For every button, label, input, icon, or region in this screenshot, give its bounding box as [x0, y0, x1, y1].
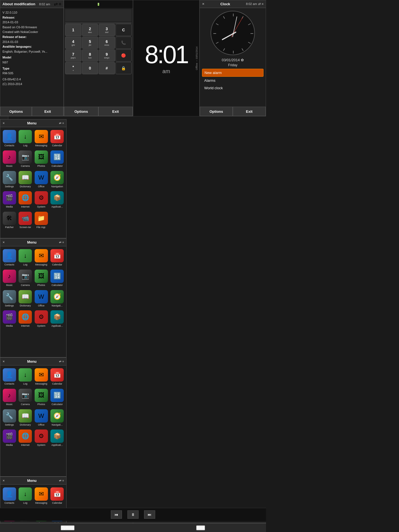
menu2-calendar[interactable]: 📅Calendar [50, 248, 65, 267]
menu1-log[interactable]: ↓Log [18, 129, 33, 148]
menu1-system[interactable]: ⚙System [34, 190, 49, 209]
about-exit-btn[interactable]: Exit [32, 107, 63, 116]
menu3-contacts[interactable]: 👤Contacts [2, 486, 17, 506]
menu3-x-icon[interactable]: ✕ [2, 479, 5, 482]
menu4-music[interactable]: ♪Music [2, 388, 17, 407]
menu2-internet[interactable]: 🌐Internet [18, 309, 33, 329]
key-0[interactable]: 0 [82, 62, 98, 74]
menu2-share-icon[interactable]: ⇄ [59, 241, 61, 244]
key-1[interactable]: 1 [65, 24, 81, 36]
clock-exit-btn[interactable]: Exit [233, 107, 266, 116]
new-alarm-btn[interactable]: New alarm [202, 69, 264, 77]
menu1-settings[interactable]: 🔧Settings [2, 170, 17, 189]
menu1-screenter[interactable]: 📹Screen-ter [18, 211, 33, 230]
menu4-contacts[interactable]: 👤Contacts [2, 367, 17, 387]
menu3-log[interactable]: ↓Log [18, 486, 33, 506]
menu4-settings[interactable]: 🔧Settings [2, 408, 17, 428]
menu4-log[interactable]: ↓Log [18, 367, 33, 387]
np-back-btn[interactable]: Back [196, 525, 205, 530]
key-4[interactable]: 4ghi [65, 37, 81, 49]
menu2-appli[interactable]: 📦Applicati... [50, 309, 65, 329]
menu4-appli[interactable]: 📦Applicati... [50, 428, 65, 448]
menu4-calendar[interactable]: 📅Calendar [50, 367, 65, 387]
menu4-dictionary[interactable]: 📖Dictionary [18, 408, 33, 428]
menu4-x-icon[interactable]: ✕ [2, 360, 5, 363]
menu2-contacts[interactable]: 👤Contacts [2, 248, 17, 267]
menu1-menu-icon[interactable]: ≡ [62, 122, 64, 125]
key-7[interactable]: 7pqrs [65, 49, 81, 62]
np-next-btn[interactable]: ⏭ [144, 510, 155, 519]
key-star[interactable]: *+ [65, 62, 81, 74]
clock-menu-icon[interactable]: ≡ [262, 2, 264, 6]
menu2-x-icon[interactable]: ✕ [2, 241, 5, 244]
menu4-camera[interactable]: 📷Camera [18, 388, 33, 407]
menu4-messaging[interactable]: ✉Messaging [34, 367, 49, 387]
key-5[interactable]: 5jkl [82, 37, 98, 49]
menu4-photos[interactable]: 🖼Photos [34, 388, 49, 407]
about-menu-icon[interactable]: ≡ [59, 2, 61, 7]
key-8[interactable]: 8tuv [82, 49, 98, 62]
menu1-internet[interactable]: 🌐Internet [18, 190, 33, 209]
menu4-calculator[interactable]: 🔢Calculator [50, 388, 65, 407]
menu4-media[interactable]: 🎬Media [2, 428, 17, 448]
key-c[interactable]: C [116, 24, 132, 36]
about-options-btn[interactable]: Options [0, 107, 32, 116]
menu2-dictionary[interactable]: 📖Dictionary [18, 289, 33, 308]
menu1-appli[interactable]: 📦Applicati... [50, 190, 65, 209]
key-call[interactable]: 📞 [116, 37, 132, 49]
menu1-filemgr[interactable]: 📁File mgr. [34, 211, 49, 230]
menu2-system[interactable]: ⚙System [34, 309, 49, 329]
menu1-camera[interactable]: 📷Camera [18, 149, 33, 169]
menu2-media[interactable]: 🎬Media [2, 309, 17, 329]
menu2-log[interactable]: ↓Log [18, 248, 33, 267]
menu2-calculator[interactable]: 🔢Calculator [50, 268, 65, 288]
menu4-internet[interactable]: 🌐Internet [18, 428, 33, 448]
keypad-exit-btn[interactable]: Exit [98, 107, 133, 116]
menu1-office[interactable]: WOffice [34, 170, 49, 189]
menu1-share-icon[interactable]: ⇄ [59, 122, 61, 125]
menu2-office[interactable]: WOffice [34, 289, 49, 308]
menu1-dictionary[interactable]: 📖Dictionary [18, 170, 33, 189]
menu1-media[interactable]: 🎬Media [2, 190, 17, 209]
menu2-menu-icon[interactable]: ≡ [62, 241, 64, 244]
menu1-music[interactable]: ♪Music [2, 149, 17, 169]
clock-options-btn[interactable]: Options [200, 107, 233, 116]
menu2-photos[interactable]: 🖼Photos [34, 268, 49, 288]
menu4-share-icon[interactable]: ⇄ [59, 360, 61, 363]
key-3[interactable]: 3def [99, 24, 115, 36]
np-play-btn[interactable]: ⏸ [127, 510, 139, 519]
menu3-share-icon[interactable]: ⇄ [59, 479, 61, 482]
clock-share-icon[interactable]: ⇄ [258, 2, 261, 6]
menu4-menu-icon[interactable]: ≡ [62, 360, 64, 363]
menu2-music[interactable]: ♪Music [2, 268, 17, 288]
menu1-photos[interactable]: 🖼Photos [34, 149, 49, 169]
key-lock[interactable]: 🔒 [116, 62, 132, 74]
key-9[interactable]: 9wxyz [99, 49, 115, 62]
menu1-navigation[interactable]: 🧭Navigation [50, 170, 65, 189]
key-2[interactable]: 2abc [82, 24, 98, 36]
menu1-messaging[interactable]: ✉Messaging [34, 129, 49, 148]
np-prev-btn[interactable]: ⏮ [111, 510, 122, 519]
menu3-menu-icon[interactable]: ≡ [62, 479, 64, 482]
menu1-calculator[interactable]: 🔢Calculator [50, 149, 65, 169]
menu4-navigation[interactable]: 🧭Navigati... [50, 408, 65, 428]
np-options-btn[interactable]: Options [61, 525, 74, 530]
about-share-icon[interactable]: ⇄ [54, 1, 58, 7]
menu1-calendar[interactable]: 📅Calendar [50, 129, 65, 148]
clock-x-icon[interactable]: ✕ [202, 2, 204, 6]
key-hash[interactable]: # [99, 62, 115, 74]
menu1-contacts[interactable]: 👤Contacts [2, 129, 17, 148]
alarms-btn[interactable]: Alarms [202, 77, 264, 84]
keypad-options-btn[interactable]: Options [64, 107, 98, 116]
menu2-camera[interactable]: 📷Camera [18, 268, 33, 288]
world-clock-btn[interactable]: World clock [202, 84, 264, 92]
menu2-navigation[interactable]: 🧭Navigati... [50, 289, 65, 308]
menu2-settings[interactable]: 🔧Settings [2, 289, 17, 308]
menu1-x-icon[interactable]: ✕ [2, 122, 5, 125]
menu3-messaging[interactable]: ✉Messaging [34, 486, 49, 506]
menu3-calendar[interactable]: 📅Calendar [50, 486, 65, 506]
menu2-messaging[interactable]: ✉Messaging [34, 248, 49, 267]
menu1-patcher[interactable]: 🛠Patcher [2, 211, 17, 230]
key-6[interactable]: 6mno [99, 37, 115, 49]
menu4-system[interactable]: ⚙System [34, 428, 49, 448]
